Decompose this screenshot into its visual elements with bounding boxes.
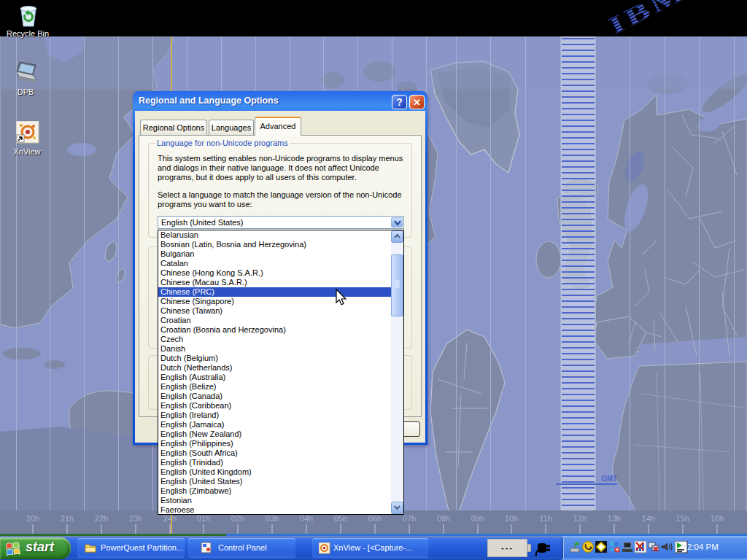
svg-text:06h: 06h <box>368 514 382 523</box>
svg-text:10h: 10h <box>505 514 518 523</box>
svg-text:12h: 12h <box>573 514 587 523</box>
svg-text:08h: 08h <box>437 514 450 523</box>
svg-text:23h: 23h <box>129 514 142 523</box>
svg-text:21h: 21h <box>61 514 74 523</box>
svg-text:15h: 15h <box>676 514 689 523</box>
svg-text:01h: 01h <box>197 514 210 523</box>
svg-text:20h: 20h <box>26 514 39 523</box>
svg-text:GMT: GMT <box>601 475 617 483</box>
svg-text:04h: 04h <box>300 514 313 523</box>
svg-text:09h: 09h <box>471 514 484 523</box>
svg-text:IBM: IBM <box>604 0 692 36</box>
svg-text:07h: 07h <box>403 514 416 523</box>
svg-text:24h: 24h <box>163 514 177 523</box>
svg-text:14h: 14h <box>642 514 655 523</box>
svg-text:13h: 13h <box>608 514 621 523</box>
svg-text:22h: 22h <box>95 514 108 523</box>
svg-text:03h: 03h <box>266 514 279 523</box>
svg-text:16h: 16h <box>711 514 724 523</box>
svg-text:05h: 05h <box>334 514 347 523</box>
svg-text:02h: 02h <box>231 514 244 523</box>
svg-text:11h: 11h <box>539 514 552 523</box>
